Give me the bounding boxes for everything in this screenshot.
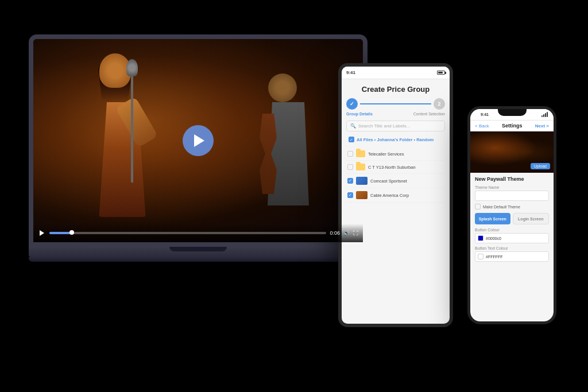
step-2-label: Content Selection bbox=[413, 112, 445, 116]
splash-screen-tab[interactable]: Splash Screen bbox=[475, 213, 510, 224]
step-1-label: Group Details bbox=[346, 112, 373, 116]
file-name-4: Cable America Corp bbox=[370, 193, 444, 198]
phone-time: 9:41 bbox=[481, 112, 489, 117]
tablet-body: 9:41 Create Price Group ✓ bbox=[338, 63, 453, 327]
button-text-colour-input[interactable]: #FFFFFF bbox=[475, 251, 549, 262]
tablet: 9:41 Create Price Group ✓ bbox=[338, 63, 453, 327]
laptop-screen-bezel: 0:06 🔊 ⛶ bbox=[29, 34, 368, 247]
laptop-screen: 0:06 🔊 ⛶ bbox=[33, 39, 363, 242]
play-pause-button[interactable] bbox=[38, 229, 46, 237]
phone-back-button[interactable]: < Back bbox=[475, 123, 489, 129]
folder-icon-2 bbox=[356, 164, 365, 170]
mic-head bbox=[126, 59, 138, 76]
phone-tabs: Splash Screen Login Screen bbox=[475, 213, 549, 224]
step-1-check: ✓ bbox=[350, 101, 354, 107]
folder-icon-1 bbox=[356, 150, 365, 157]
phone-image-area: Upload bbox=[470, 131, 554, 173]
file-checkbox-4[interactable] bbox=[347, 192, 353, 198]
laptop-base bbox=[29, 247, 368, 257]
play-icon bbox=[194, 134, 204, 147]
phone-status-icons bbox=[541, 112, 548, 117]
splash-screen-tab-label: Splash Screen bbox=[479, 217, 506, 221]
battery-tip bbox=[445, 72, 446, 74]
video-controls: 0:06 🔊 ⛶ bbox=[33, 224, 363, 242]
default-theme-label: Make Default Theme bbox=[483, 205, 520, 209]
phone-next-button[interactable]: Next > bbox=[535, 123, 549, 129]
default-theme-row: Make Default Theme bbox=[475, 204, 549, 209]
file-thumb-3 bbox=[356, 177, 368, 185]
button-colour-label: Button Colour bbox=[475, 228, 549, 232]
background-musician bbox=[254, 73, 328, 205]
signal-bars-icon bbox=[541, 112, 548, 117]
phone-screen: 9:41 < Back Settings Next > bbox=[470, 109, 554, 321]
login-screen-tab-label: Login Screen bbox=[518, 217, 543, 221]
select-all-checkbox[interactable]: ✓ bbox=[349, 137, 354, 142]
button-colour-value: #0000c0 bbox=[486, 236, 501, 240]
tablet-status-icons bbox=[437, 71, 445, 75]
signal-bar-3 bbox=[545, 113, 546, 117]
file-row: Telecaller Services bbox=[346, 148, 445, 161]
file-name-3: Comcast Sportsnet bbox=[370, 178, 444, 184]
file-checkbox-3[interactable] bbox=[347, 178, 353, 184]
select-all-check: ✓ bbox=[350, 138, 353, 142]
login-screen-tab[interactable]: Login Screen bbox=[513, 213, 550, 224]
theme-name-label: Theme Name bbox=[475, 185, 549, 189]
laptop: 0:06 🔊 ⛶ bbox=[29, 34, 368, 275]
button-text-colour-value: #FFFFFF bbox=[486, 255, 503, 259]
file-row: Comcast Sportsnet bbox=[346, 174, 445, 188]
signal-bar-2 bbox=[543, 114, 544, 117]
tablet-title: Create Price Group bbox=[346, 85, 445, 94]
phone: 9:41 < Back Settings Next > bbox=[467, 106, 556, 324]
step-2-indicator: 2 bbox=[434, 98, 445, 110]
mic-stand bbox=[131, 68, 133, 183]
breadcrumb-path: All Files • Johanna's Folder • Random bbox=[357, 137, 434, 142]
theme-name-input[interactable] bbox=[475, 191, 549, 201]
phone-header: < Back Settings Next > bbox=[470, 121, 554, 131]
file-name-1: Telecaller Services bbox=[368, 152, 444, 157]
scene: 0:06 🔊 ⛶ 9:41 bbox=[0, 0, 588, 392]
step-labels: Group Details Content Selection bbox=[346, 112, 445, 116]
search-icon: 🔍 bbox=[350, 123, 356, 129]
laptop-notch bbox=[169, 247, 227, 251]
breadcrumb-row: ✓ All Files • Johanna's Folder • Random bbox=[346, 135, 445, 144]
volume-icon[interactable]: 🔊 bbox=[343, 230, 350, 236]
stepper-row: ✓ 2 bbox=[346, 98, 445, 110]
phone-form: New Paywall Theme Theme Name Make Defaul… bbox=[470, 173, 554, 268]
tablet-screen: 9:41 Create Price Group ✓ bbox=[342, 67, 450, 324]
phone-image-upload-button[interactable]: Upload bbox=[531, 163, 550, 169]
default-theme-checkbox[interactable] bbox=[475, 204, 481, 209]
file-row: Cable America Corp bbox=[346, 188, 445, 203]
file-name-2: C T Y13-North Suburban bbox=[368, 165, 444, 170]
search-bar[interactable]: 🔍 Search Title and Labels... bbox=[346, 121, 445, 131]
signal-bar-4 bbox=[547, 112, 548, 117]
laptop-feet bbox=[29, 257, 368, 262]
musician-head bbox=[268, 73, 297, 102]
phone-section-title: New Paywall Theme bbox=[475, 176, 549, 182]
button-colour-swatch bbox=[478, 235, 483, 241]
progress-bar[interactable] bbox=[49, 232, 326, 234]
tablet-time: 9:41 bbox=[346, 70, 355, 75]
tablet-content: Create Price Group ✓ 2 Group Details bbox=[342, 79, 450, 208]
play-button[interactable] bbox=[183, 125, 214, 156]
battery-fill bbox=[438, 72, 443, 73]
signal-bar-1 bbox=[541, 115, 543, 117]
time-display: 0:06 bbox=[330, 230, 340, 236]
phone-header-title: Settings bbox=[502, 123, 523, 129]
file-checkbox-2[interactable] bbox=[347, 164, 353, 170]
phone-body: 9:41 < Back Settings Next > bbox=[467, 106, 556, 324]
button-colour-input[interactable]: #0000c0 bbox=[475, 233, 549, 243]
tablet-topbar: 9:41 bbox=[342, 67, 450, 79]
progress-handle bbox=[69, 230, 74, 235]
file-checkbox-1[interactable] bbox=[347, 151, 353, 157]
battery-icon bbox=[437, 71, 445, 75]
button-text-colour-swatch bbox=[478, 254, 483, 259]
progress-fill bbox=[49, 232, 72, 234]
fullscreen-icon[interactable]: ⛶ bbox=[353, 230, 358, 236]
file-thumb-4 bbox=[356, 191, 368, 199]
concert-background: 0:06 🔊 ⛶ bbox=[33, 39, 363, 242]
phone-notch bbox=[498, 109, 527, 116]
step-line bbox=[360, 103, 431, 104]
file-row: C T Y13-North Suburban bbox=[346, 161, 445, 174]
step-1-indicator: ✓ bbox=[346, 98, 358, 110]
search-placeholder: Search Title and Labels... bbox=[358, 123, 410, 129]
